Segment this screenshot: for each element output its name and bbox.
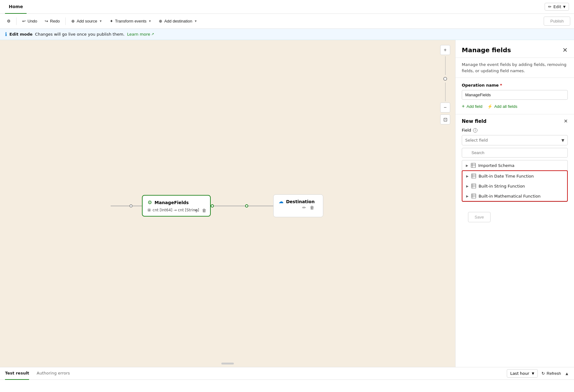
destination-node[interactable]: ☁ Destination ✏ 🗑 <box>273 194 323 217</box>
zoom-in-icon: + <box>444 47 446 53</box>
svg-rect-4 <box>471 174 476 178</box>
schema-table-icon <box>471 163 476 168</box>
dropdown-item-mathematical[interactable]: ▶ Built-in Mathematical Function <box>462 191 567 201</box>
add-source-button[interactable]: ⊕ Add source ▼ <box>68 17 105 25</box>
zoom-in-button[interactable]: + <box>440 45 450 55</box>
manage-fields-mapping: cnt [Int64] → cnt [String] <box>153 208 199 212</box>
home-tab[interactable]: Home <box>5 0 27 14</box>
fit-icon: ⊡ <box>443 117 447 123</box>
panel-description: Manage the event fields by adding fields… <box>456 58 574 78</box>
destination-title: Destination <box>286 199 315 204</box>
math-label: Built-in Mathematical Function <box>479 194 541 199</box>
field-label: Field <box>462 128 471 133</box>
operation-name-section: Operation name * + Add field ⚡ Add all f… <box>456 78 574 114</box>
edit-label: Edit <box>553 4 561 9</box>
transform-events-button[interactable]: ✦ Transform events ▼ <box>107 17 155 25</box>
settings-button[interactable]: ⚙ <box>4 17 14 25</box>
node-in-dot-2 <box>245 204 248 207</box>
field-search-input[interactable] <box>462 148 568 158</box>
add-destination-button[interactable]: ⊕ Add destination ▼ <box>156 17 200 25</box>
manage-fields-actions: ✏ 🗑 <box>194 207 207 214</box>
destination-delete-button[interactable]: 🗑 <box>309 204 315 211</box>
save-label: Save <box>475 215 484 219</box>
canvas-controls: + − ⊡ <box>440 45 450 124</box>
destination-edit-button[interactable]: ✏ <box>302 204 307 211</box>
bottom-controls: Last hour ▼ ↻ Refresh ▲ <box>507 369 569 378</box>
refresh-button[interactable]: ↻ Refresh <box>541 371 561 376</box>
redo-button[interactable]: ↪ Redo <box>42 17 63 25</box>
zoom-out-button[interactable]: − <box>440 103 450 113</box>
manage-fields-edit-button[interactable]: ✏ <box>194 207 199 214</box>
mapping-icon: ⊞ <box>148 208 151 212</box>
panel-close-button[interactable]: ✕ <box>562 46 568 54</box>
required-marker: * <box>500 83 502 88</box>
manage-fields-title-row: ⚙ ManageFields <box>148 199 205 205</box>
svg-rect-8 <box>471 184 476 188</box>
publish-button[interactable]: Publish <box>544 17 570 26</box>
test-result-tab[interactable]: Test result <box>5 367 29 380</box>
new-field-title: New field <box>462 118 486 124</box>
add-source-icon: ⊕ <box>71 19 75 23</box>
select-field-dropdown[interactable]: Select field ▼ <box>462 135 568 145</box>
save-section: Save <box>462 202 568 227</box>
redo-label: Redo <box>50 19 60 23</box>
test-result-label: Test result <box>5 371 29 375</box>
manage-fields-delete-button[interactable]: 🗑 <box>201 207 207 214</box>
add-field-button[interactable]: + Add field <box>462 103 482 109</box>
manage-fields-panel: Manage fields ✕ Manage the event fields … <box>455 40 574 367</box>
expand-arrow-icon: ▶ <box>466 164 468 167</box>
add-all-fields-button[interactable]: ⚡ Add all fields <box>487 104 517 109</box>
svg-rect-12 <box>471 194 476 198</box>
middle-connection <box>211 204 273 207</box>
datetime-label: Built-in Date Time Function <box>479 174 534 178</box>
select-field-placeholder: Select field <box>465 138 488 143</box>
fit-view-button[interactable]: ⊡ <box>440 114 450 124</box>
add-destination-icon: ⊕ <box>159 19 162 23</box>
transform-chevron-icon: ▼ <box>149 19 152 23</box>
field-info-icon: i <box>473 128 477 133</box>
collapse-button[interactable]: ▲ <box>565 371 569 376</box>
learn-more-link[interactable]: Learn more ↗ <box>127 32 154 37</box>
add-field-label: Add field <box>466 104 482 109</box>
datetime-table-icon <box>471 173 476 178</box>
learn-more-label: Learn more <box>127 32 150 37</box>
transform-events-label: Transform events <box>115 19 147 23</box>
edit-banner-message: Changes will go live once you publish th… <box>35 32 124 37</box>
manage-fields-title: ManageFields <box>154 200 189 205</box>
operation-name-input[interactable] <box>462 90 568 100</box>
panel-title: Manage fields <box>462 46 511 54</box>
operation-name-label: Operation name <box>462 83 499 88</box>
svg-rect-0 <box>471 163 476 168</box>
plus-icon: + <box>462 103 465 109</box>
highlighted-functions-group: ▶ Built-in Date Time Function <box>462 170 568 202</box>
dropdown-item-imported-schema[interactable]: ▶ Imported Schema <box>462 160 567 170</box>
manage-fields-node[interactable]: ⚙ ManageFields ⊞ cnt [Int64] → cnt [Stri… <box>142 195 211 217</box>
add-all-fields-label: Add all fields <box>494 104 517 109</box>
home-tab-label: Home <box>9 4 23 9</box>
time-range-select[interactable]: Last hour ▼ <box>507 369 538 378</box>
add-destination-label: Add destination <box>164 19 192 23</box>
top-bar: Home ✏️ Edit ▼ <box>0 0 574 14</box>
time-select-chevron-icon: ▼ <box>532 372 534 375</box>
undo-button[interactable]: ↩ Undo <box>19 17 40 25</box>
toolbar-divider-2 <box>65 18 66 25</box>
datetime-expand-icon: ▶ <box>466 174 469 178</box>
flow-diagram: ⚙ ManageFields ⊞ cnt [Int64] → cnt [Stri… <box>111 194 323 217</box>
edit-mode-label: Edit mode <box>9 32 33 37</box>
destination-title-row: ☁ Destination <box>279 199 318 204</box>
destination-icon: ☁ <box>279 199 284 204</box>
save-button[interactable]: Save <box>468 212 491 222</box>
edit-button[interactable]: ✏️ Edit ▼ <box>545 3 569 11</box>
canvas[interactable]: + − ⊡ ⚙ ManageFields <box>0 40 455 367</box>
new-field-close-button[interactable]: ✕ <box>564 118 568 124</box>
middle-line <box>214 205 245 206</box>
node-out-dot <box>211 204 214 207</box>
dropdown-list: ▶ Imported Schema ▶ <box>462 160 568 202</box>
authoring-errors-tab[interactable]: Authoring errors <box>37 367 70 380</box>
panel-header: Manage fields ✕ <box>456 40 574 58</box>
redo-icon: ↪ <box>45 19 48 23</box>
dropdown-item-string[interactable]: ▶ Built-in String Function <box>462 181 567 191</box>
external-link-icon: ↗ <box>151 32 154 36</box>
dropdown-item-datetime[interactable]: ▶ Built-in Date Time Function <box>462 171 567 181</box>
dropdown-chevron-icon: ▼ <box>561 138 564 143</box>
